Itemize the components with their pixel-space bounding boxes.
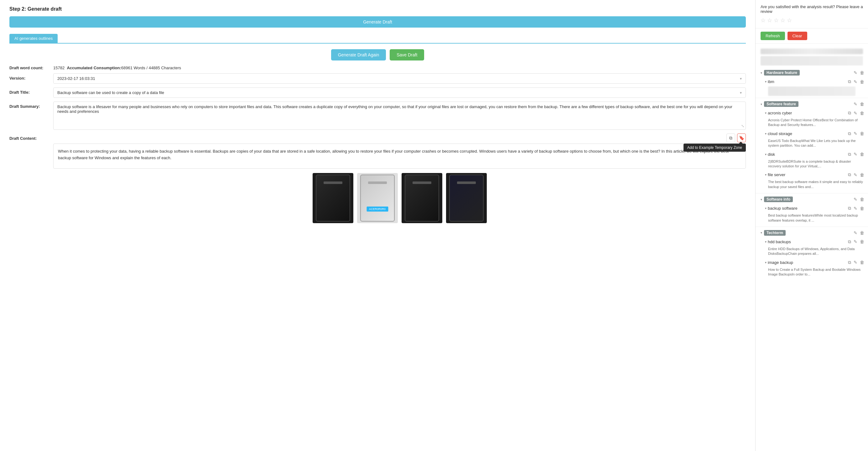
save-draft-button[interactable]: Save Draft bbox=[390, 49, 424, 60]
fileserver-chevron: ▾ bbox=[765, 173, 767, 176]
software-label-group: ▾ Software feature bbox=[761, 101, 799, 107]
divider-2 bbox=[755, 193, 868, 193]
right-panel: Are you satisfied with the analysis resu… bbox=[755, 0, 868, 451]
cloud-chevron: ▾ bbox=[765, 132, 767, 136]
techterm-category-header: ▾ Techterm ✎ 🗑 bbox=[755, 228, 868, 238]
draft-title-value: Backup software can be used to create a … bbox=[57, 90, 164, 95]
add-to-zone-button[interactable]: 🔖 bbox=[737, 133, 746, 142]
softwareinfo-category-label: Software info bbox=[764, 197, 793, 202]
version-row: Version: 2023-02-17 16:03:31 ▾ bbox=[9, 73, 746, 84]
hddbackups-chevron: ▾ bbox=[765, 240, 767, 243]
version-value-box[interactable]: 2023-02-17 16:03:31 ▾ bbox=[53, 73, 746, 84]
sidebar-disk-item: ▾ disk ⧉ ✎ 🗑 bbox=[755, 150, 868, 158]
disk-edit-icon[interactable]: ✎ bbox=[853, 151, 858, 157]
hardware-edit-icon[interactable]: ✎ bbox=[853, 69, 858, 76]
backupsoftware-copy-icon[interactable]: ⧉ bbox=[847, 205, 852, 212]
imagebackup-edit-icon[interactable]: ✎ bbox=[853, 259, 858, 266]
draft-summary-value-box[interactable]: Backup software is a lifesaver for many … bbox=[53, 101, 746, 130]
ibm-label: ▾ ibm bbox=[765, 79, 774, 84]
software-delete-icon[interactable]: 🗑 bbox=[859, 101, 865, 107]
ibm-edit-icon[interactable]: ✎ bbox=[853, 79, 858, 85]
fileserver-label: ▾ file server bbox=[765, 172, 785, 177]
imagebackup-label: ▾ image backup bbox=[765, 260, 793, 265]
tab-ai-outlines[interactable]: AI generates outlines bbox=[9, 34, 58, 43]
acronis-edit-icon[interactable]: ✎ bbox=[853, 110, 858, 116]
star-3[interactable]: ☆ bbox=[774, 17, 779, 24]
techterm-edit-icon[interactable]: ✎ bbox=[853, 230, 858, 236]
blurred-top-section bbox=[755, 49, 868, 65]
softwareinfo-edit-icon[interactable]: ✎ bbox=[853, 196, 858, 203]
computer-image-1 bbox=[313, 173, 353, 223]
star-4[interactable]: ☆ bbox=[780, 17, 785, 24]
draft-content-label: Draft Content: bbox=[9, 133, 53, 141]
acronis-copy-icon[interactable]: ⧉ bbox=[847, 110, 852, 116]
hardware-label-group: ▾ Hardware feature bbox=[761, 70, 800, 76]
draft-content-text: When it comes to protecting your data, h… bbox=[58, 149, 728, 160]
cloud-copy-icon[interactable]: ⧉ bbox=[847, 130, 852, 137]
draft-summary-value: Backup software is a lifesaver for many … bbox=[57, 104, 742, 114]
copy-content-button[interactable]: ⧉ bbox=[726, 133, 735, 142]
word-count-value: 15782 bbox=[53, 65, 65, 70]
techterm-delete-icon[interactable]: 🗑 bbox=[859, 230, 865, 236]
star-2[interactable]: ☆ bbox=[767, 17, 772, 24]
review-section: Are you satisfied with the analysis resu… bbox=[755, 0, 868, 29]
hddbackups-copy-icon[interactable]: ⧉ bbox=[847, 239, 852, 245]
cloud-delete-icon[interactable]: 🗑 bbox=[859, 130, 865, 137]
ibm-delete-icon[interactable]: 🗑 bbox=[859, 79, 865, 85]
stars-row: ☆ ☆ ☆ ☆ ☆ bbox=[761, 17, 863, 24]
fileserver-text: file server bbox=[768, 172, 785, 177]
fileserver-edit-icon[interactable]: ✎ bbox=[853, 172, 858, 178]
ibm-blurred-content bbox=[768, 87, 856, 96]
techterm-category-label: Techterm bbox=[764, 230, 786, 236]
brand-label: ACER0R0R0 bbox=[367, 207, 388, 212]
main-panel: Step 2: Generate draft Generate Draft AI… bbox=[0, 0, 755, 451]
acronis-label: ▾ acronis cyber bbox=[765, 111, 792, 115]
ibm-icons: ⧉ ✎ 🗑 bbox=[847, 78, 865, 85]
software-edit-icon[interactable]: ✎ bbox=[853, 101, 858, 107]
backupsoftware-delete-icon[interactable]: 🗑 bbox=[859, 205, 865, 212]
version-chevron-icon: ▾ bbox=[740, 77, 742, 81]
computer-images-row: ACER0R0R0 bbox=[53, 173, 746, 223]
imagebackup-copy-icon[interactable]: ⧉ bbox=[847, 259, 852, 266]
fileserver-delete-icon[interactable]: 🗑 bbox=[859, 172, 865, 178]
star-1[interactable]: ☆ bbox=[761, 17, 766, 24]
sidebar-hddbackups-item: ▾ hdd backups ⧉ ✎ 🗑 bbox=[755, 238, 868, 246]
fileserver-copy-icon[interactable]: ⧉ bbox=[847, 172, 852, 178]
fileserver-description: The best backup software makes it simple… bbox=[755, 179, 868, 191]
backupsoftware-edit-icon[interactable]: ✎ bbox=[853, 205, 858, 212]
softwareinfo-icons: ✎ 🗑 bbox=[853, 196, 865, 203]
backupsoftware-text: backup software bbox=[768, 206, 798, 211]
acronis-chevron: ▾ bbox=[765, 111, 767, 115]
draft-summary-label: Draft Summary: bbox=[9, 101, 53, 109]
acronis-delete-icon[interactable]: 🗑 bbox=[859, 110, 865, 116]
cloud-edit-icon[interactable]: ✎ bbox=[853, 130, 858, 137]
sidebar-ibm-item: ▾ ibm ⧉ ✎ 🗑 bbox=[755, 78, 868, 86]
hddbackups-delete-icon[interactable]: 🗑 bbox=[859, 239, 865, 245]
hardware-delete-icon[interactable]: 🗑 bbox=[859, 69, 865, 76]
hardware-category-label: Hardware feature bbox=[764, 70, 800, 76]
star-5[interactable]: ☆ bbox=[787, 17, 792, 24]
clear-button[interactable]: Clear bbox=[787, 32, 807, 40]
refresh-clear-row: Refresh Clear bbox=[755, 29, 868, 43]
draft-title-row: Draft Title: Backup software can be used… bbox=[9, 87, 746, 98]
disk-delete-icon[interactable]: 🗑 bbox=[859, 151, 865, 157]
softwareinfo-label-group: ▾ Software info bbox=[761, 197, 793, 202]
draft-summary-row: Draft Summary: Backup software is a life… bbox=[9, 101, 746, 130]
step-header: Step 2: Generate draft bbox=[9, 6, 746, 12]
ibm-copy-icon[interactable]: ⧉ bbox=[847, 78, 852, 85]
disk-icons: ⧉ ✎ 🗑 bbox=[847, 151, 865, 158]
hardware-icons: ✎ 🗑 bbox=[853, 69, 865, 76]
sidebar-cloud-item: ▾ cloud storage ⧉ ✎ 🗑 bbox=[755, 129, 868, 138]
imagebackup-delete-icon[interactable]: 🗑 bbox=[859, 259, 865, 266]
draft-title-value-box[interactable]: Backup software can be used to create a … bbox=[53, 87, 746, 98]
generate-again-button[interactable]: Generate Draft Again bbox=[331, 49, 386, 60]
generate-draft-button[interactable]: Generate Draft bbox=[9, 16, 746, 28]
tower-pc-3 bbox=[405, 175, 439, 221]
softwareinfo-delete-icon[interactable]: 🗑 bbox=[859, 196, 865, 203]
hddbackups-edit-icon[interactable]: ✎ bbox=[853, 239, 858, 245]
title-chevron-icon: ▾ bbox=[740, 91, 742, 95]
backupsoftware-label: ▾ backup software bbox=[765, 206, 798, 211]
sidebar-section-hardware: ▾ Hardware feature ✎ 🗑 ▾ ibm ⧉ ✎ 🗑 bbox=[755, 68, 868, 96]
refresh-button[interactable]: Refresh bbox=[761, 32, 785, 40]
disk-copy-icon[interactable]: ⧉ bbox=[847, 151, 852, 158]
